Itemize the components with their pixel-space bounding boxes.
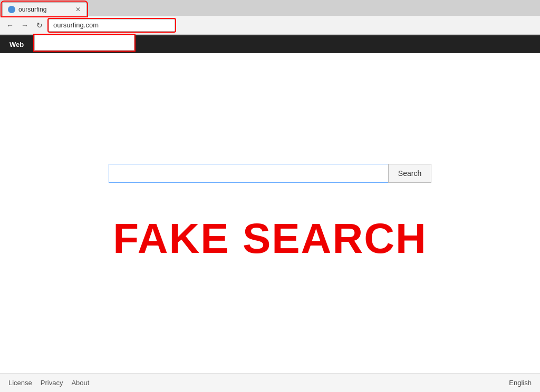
nav-menu-web[interactable]: Web: [4, 37, 29, 52]
address-bar-row: ← → ↻: [0, 16, 540, 35]
tab-close-icon[interactable]: ✕: [75, 6, 81, 13]
search-button[interactable]: Search: [388, 164, 431, 183]
fake-search-heading: FAKE SEARCH: [113, 214, 427, 263]
footer-privacy-link[interactable]: Privacy: [41, 379, 63, 387]
footer: License Privacy About English: [0, 373, 540, 392]
refresh-button[interactable]: ↻: [34, 19, 45, 31]
footer-language: English: [509, 379, 532, 387]
page-content: Search FAKE SEARCH: [0, 53, 540, 374]
tab-bar: oursurfing ✕: [0, 0, 540, 16]
address-dropdown: [34, 35, 134, 51]
browser-chrome: oursurfing ✕ ← → ↻: [0, 0, 540, 35]
forward-button[interactable]: →: [19, 19, 31, 31]
tab-title: oursurfing: [18, 6, 71, 13]
back-button[interactable]: ←: [4, 19, 16, 31]
search-area: Search: [109, 164, 431, 183]
footer-about-link[interactable]: About: [71, 379, 89, 387]
search-input[interactable]: [109, 164, 388, 183]
address-input[interactable]: [49, 19, 175, 32]
tab-favicon-icon: [8, 6, 15, 13]
footer-license-link[interactable]: License: [8, 379, 32, 387]
browser-tab[interactable]: oursurfing ✕: [2, 2, 86, 16]
